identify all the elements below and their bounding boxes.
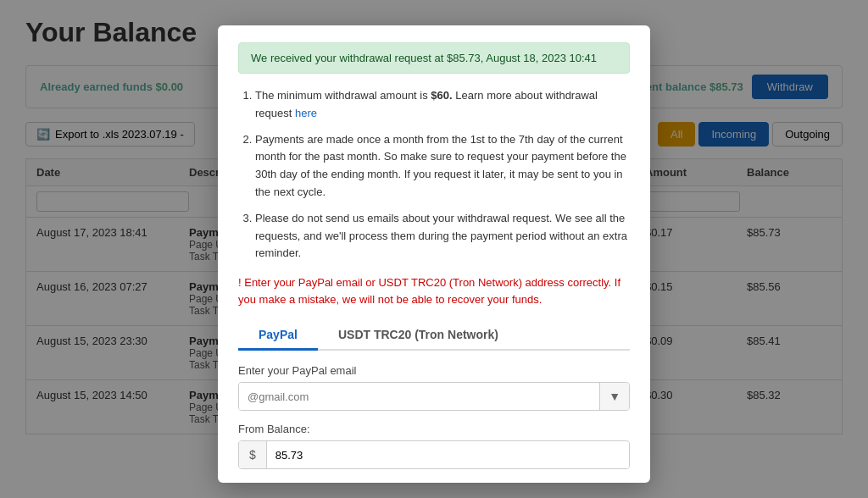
balance-input-wrapper: $ bbox=[238, 440, 630, 469]
dropdown-arrow[interactable]: ▼ bbox=[599, 383, 629, 410]
instruction-2: Payments are made once a month from the … bbox=[255, 131, 630, 202]
email-label: Enter your PayPal email bbox=[238, 364, 630, 377]
instruction-3: Please do not send us emails about your … bbox=[255, 210, 630, 263]
email-input[interactable] bbox=[239, 383, 599, 410]
modal-overlay: We received your withdrawal request at $… bbox=[0, 0, 868, 498]
tab-usdt[interactable]: USDT TRC20 (Tron Network) bbox=[318, 321, 519, 351]
balance-label: From Balance: bbox=[238, 423, 630, 435]
here-link[interactable]: here bbox=[295, 107, 317, 119]
instruction-1: The minimum withdrawal amount is $60. Le… bbox=[255, 87, 630, 123]
success-banner: We received your withdrawal request at $… bbox=[238, 42, 630, 74]
modal-dialog: We received your withdrawal request at $… bbox=[218, 25, 650, 483]
tabs-row: PayPal USDT TRC20 (Tron Network) bbox=[238, 321, 630, 351]
instructions-list: The minimum withdrawal amount is $60. Le… bbox=[238, 87, 630, 263]
balance-input[interactable] bbox=[267, 442, 629, 468]
warning-text: ! Enter your PayPal email or USDT TRC20 … bbox=[238, 274, 630, 307]
email-input-wrapper: ▼ bbox=[238, 382, 630, 411]
tab-paypal[interactable]: PayPal bbox=[238, 321, 318, 351]
balance-currency-symbol: $ bbox=[239, 441, 267, 468]
withdraw-label: Amount to withdraw bbox=[238, 481, 630, 483]
